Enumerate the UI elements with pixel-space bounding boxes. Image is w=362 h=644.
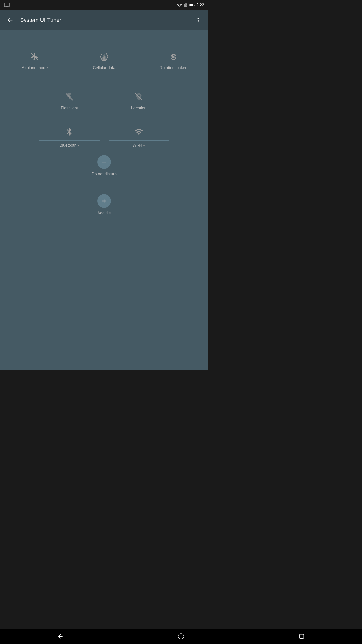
add-circle	[97, 194, 111, 208]
tile-wifi[interactable]: Wi-Fi ▾	[104, 121, 173, 150]
wifi-dropdown-label[interactable]: Wi-Fi ▾	[133, 143, 145, 148]
cellular-icon	[98, 51, 110, 63]
tile-cellular-data-label: Cellular data	[93, 66, 115, 70]
tile-cellular-data[interactable]: Cellular data	[69, 40, 139, 80]
no-sim-icon	[183, 3, 188, 7]
status-time: 2:22	[196, 3, 204, 7]
bluetooth-icon	[63, 126, 75, 138]
status-bar-right: 2:22	[177, 3, 204, 7]
app-bar: System UI Tuner	[0, 10, 208, 30]
wifi-divider	[109, 140, 169, 141]
dnd-circle	[97, 155, 111, 169]
tile-bluetooth[interactable]: Bluetooth ▾	[35, 121, 104, 150]
battery-icon	[189, 3, 195, 7]
more-options-button[interactable]	[192, 14, 204, 26]
plus-icon	[101, 197, 108, 205]
bluetooth-dropdown-label[interactable]: Bluetooth ▾	[60, 143, 79, 148]
page-title: System UI Tuner	[20, 17, 188, 23]
wifi-label: Wi-Fi	[133, 143, 142, 148]
svg-rect-5	[194, 5, 195, 5]
svg-rect-4	[190, 4, 193, 6]
tile-airplane-mode[interactable]: Airplane mode	[0, 40, 69, 80]
tile-location-label: Location	[131, 106, 147, 110]
wifi-dropdown-arrow: ▾	[143, 143, 145, 147]
tile-airplane-mode-label: Airplane mode	[22, 66, 48, 70]
main-content: Airplane mode Cellular data	[0, 30, 208, 370]
tile-rotation-locked[interactable]: Rotation locked	[139, 40, 208, 80]
wifi-icon	[133, 126, 145, 138]
tiles-row-1: Airplane mode Cellular data	[0, 40, 208, 80]
tile-flashlight-label: Flashlight	[61, 106, 78, 110]
signal-icon	[177, 3, 182, 7]
add-tile-section[interactable]: Add tile	[0, 187, 208, 223]
dnd-label: Do not disturb	[92, 172, 117, 176]
add-tile-label: Add tile	[97, 211, 111, 215]
do-not-disturb-section[interactable]: Do not disturb	[0, 150, 208, 181]
tile-flashlight[interactable]: Flashlight	[35, 80, 104, 121]
tiles-row-3: Bluetooth ▾ Wi-Fi ▾	[0, 121, 208, 150]
location-icon	[133, 91, 145, 103]
bluetooth-divider	[39, 140, 100, 141]
status-bar-left	[4, 3, 10, 7]
status-bar: 2:22	[0, 0, 208, 10]
svg-rect-0	[4, 3, 9, 7]
flashlight-icon	[63, 91, 75, 103]
tile-location[interactable]: Location	[104, 80, 173, 121]
svg-rect-7	[172, 56, 175, 58]
bluetooth-label: Bluetooth	[60, 143, 77, 148]
airplane-icon	[29, 51, 41, 63]
back-button[interactable]	[4, 14, 16, 26]
section-divider	[0, 184, 208, 184]
tiles-row-2: Flashlight Location	[0, 80, 208, 121]
tile-rotation-locked-label: Rotation locked	[160, 66, 187, 70]
minus-icon	[101, 158, 108, 166]
rotation-icon	[167, 51, 179, 63]
bluetooth-dropdown-arrow: ▾	[77, 143, 79, 147]
